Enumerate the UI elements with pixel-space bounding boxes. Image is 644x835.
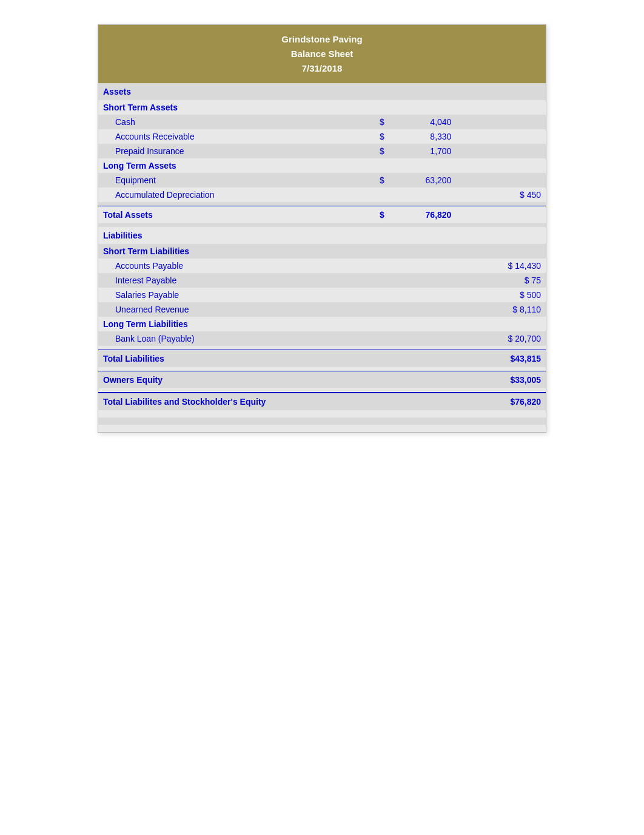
accum-dep-value: 450 bbox=[527, 190, 541, 200]
total-assets-value: 76,820 bbox=[389, 206, 457, 224]
short-term-assets-label: Short Term Assets bbox=[98, 100, 344, 115]
interest-row: Interest Payable $ 75 bbox=[98, 273, 546, 288]
assets-section-header-row: Assets bbox=[98, 83, 546, 100]
unearned-row: Unearned Revenue $ 8,110 bbox=[98, 302, 546, 317]
assets-label: Assets bbox=[98, 83, 344, 100]
ap-dollar: $ bbox=[508, 261, 512, 271]
equipment-dollar: $ bbox=[344, 173, 389, 188]
prepaid-row: Prepaid Insurance $ 1,700 bbox=[98, 144, 546, 158]
long-term-liabilities-header-row: Long Term Liabilities bbox=[98, 317, 546, 331]
total-equity-label: Total Liabilites and Stockholder's Equit… bbox=[98, 393, 344, 410]
bank-loan-label: Bank Loan (Payable) bbox=[98, 331, 344, 346]
short-term-assets-header-row: Short Term Assets bbox=[98, 100, 546, 115]
total-liabilities-label: Total Liabilities bbox=[98, 350, 344, 368]
ap-value-cell: $ 14,430 bbox=[456, 259, 546, 273]
interest-value: 75 bbox=[531, 276, 541, 285]
short-term-liabilities-header-row: Short Term Liabilities bbox=[98, 244, 546, 259]
total-assets-dollar: $ bbox=[344, 206, 389, 224]
owners-equity-row: Owners Equity $33,005 bbox=[98, 371, 546, 389]
spacer-8 bbox=[98, 425, 546, 432]
owners-equity-value: $33,005 bbox=[456, 371, 546, 389]
liabilities-label: Liabilities bbox=[98, 227, 344, 244]
short-term-liabilities-label: Short Term Liabilities bbox=[98, 244, 344, 259]
total-assets-label: Total Assets bbox=[98, 206, 344, 224]
bank-loan-value-cell: $ 20,700 bbox=[456, 331, 546, 346]
company-name: Grindstone Paving bbox=[104, 32, 540, 47]
interest-dollar: $ bbox=[525, 276, 529, 285]
accum-dep-dollar: $ bbox=[520, 190, 525, 200]
spacer-5 bbox=[98, 388, 546, 393]
total-equity-value: $76,820 bbox=[456, 393, 546, 410]
salaries-label: Salaries Payable bbox=[98, 288, 344, 302]
liabilities-section-header-row: Liabilities bbox=[98, 227, 546, 244]
long-term-assets-header-row: Long Term Assets bbox=[98, 158, 546, 173]
unearned-label: Unearned Revenue bbox=[98, 302, 344, 317]
long-term-liabilities-label: Long Term Liabilities bbox=[98, 317, 344, 331]
prepaid-value: 1,700 bbox=[389, 144, 457, 158]
salaries-row: Salaries Payable $ 500 bbox=[98, 288, 546, 302]
owners-equity-label: Owners Equity bbox=[98, 371, 344, 389]
total-liabilities-row: Total Liabilities $43,815 bbox=[98, 350, 546, 368]
total-liabilities-value: $43,815 bbox=[456, 350, 546, 368]
cash-row: Cash $ 4,040 bbox=[98, 115, 546, 129]
total-equity-row: Total Liabilites and Stockholder's Equit… bbox=[98, 393, 546, 410]
salaries-dollar: $ bbox=[520, 290, 525, 300]
ap-row: Accounts Payable $ 14,430 bbox=[98, 259, 546, 273]
salaries-value: 500 bbox=[527, 290, 541, 300]
report-header: Grindstone Paving Balance Sheet 7/31/201… bbox=[98, 25, 546, 83]
accum-dep-label: Accumulated Depreciation bbox=[98, 188, 344, 202]
balance-sheet-container: Grindstone Paving Balance Sheet 7/31/201… bbox=[98, 24, 546, 433]
ar-row: Accounts Receivable $ 8,330 bbox=[98, 129, 546, 144]
balance-sheet-table: Assets Short Term Assets Cash $ 4,040 Ac… bbox=[98, 83, 546, 432]
ap-label: Accounts Payable bbox=[98, 259, 344, 273]
cash-label: Cash bbox=[98, 115, 344, 129]
equipment-label: Equipment bbox=[98, 173, 344, 188]
report-date: 7/31/2018 bbox=[104, 61, 540, 76]
interest-label: Interest Payable bbox=[98, 273, 344, 288]
ar-dollar: $ bbox=[344, 129, 389, 144]
cash-dollar: $ bbox=[344, 115, 389, 129]
accum-dep-row: Accumulated Depreciation $ 450 bbox=[98, 188, 546, 202]
bank-loan-value: 20,700 bbox=[515, 334, 541, 343]
prepaid-dollar: $ bbox=[344, 144, 389, 158]
spacer-6 bbox=[98, 410, 546, 418]
bank-loan-dollar: $ bbox=[508, 334, 512, 343]
interest-value-cell: $ 75 bbox=[456, 273, 546, 288]
total-assets-row: Total Assets $ 76,820 bbox=[98, 206, 546, 224]
prepaid-label: Prepaid Insurance bbox=[98, 144, 344, 158]
equipment-row: Equipment $ 63,200 bbox=[98, 173, 546, 188]
cash-value: 4,040 bbox=[389, 115, 457, 129]
salaries-value-cell: $ 500 bbox=[456, 288, 546, 302]
ap-value: 14,430 bbox=[515, 261, 541, 271]
report-title: Balance Sheet bbox=[104, 47, 540, 61]
equipment-value: 63,200 bbox=[389, 173, 457, 188]
ar-value: 8,330 bbox=[389, 129, 457, 144]
unearned-value: 8,110 bbox=[520, 305, 541, 314]
unearned-value-cell: $ 8,110 bbox=[456, 302, 546, 317]
spacer-7 bbox=[98, 418, 546, 425]
long-term-assets-label: Long Term Assets bbox=[98, 158, 344, 173]
bank-loan-row: Bank Loan (Payable) $ 20,700 bbox=[98, 331, 546, 346]
unearned-dollar: $ bbox=[512, 305, 517, 314]
ar-label: Accounts Receivable bbox=[98, 129, 344, 144]
